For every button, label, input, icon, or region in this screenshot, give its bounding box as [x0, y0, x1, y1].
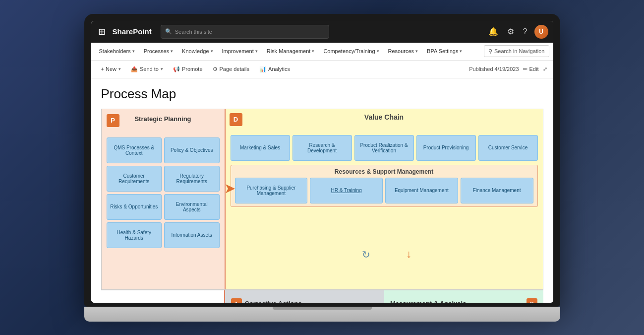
chevron-down-icon: ▾ [132, 49, 135, 54]
sp-cell-qms[interactable]: QMS Processes & Context [107, 137, 162, 163]
sp-cell-info-assets[interactable]: Information Assets [164, 222, 220, 248]
nav-improvement[interactable]: Improvement ▾ [218, 46, 262, 56]
search-placeholder: Search this site [175, 29, 212, 35]
sp-cell-policy[interactable]: Policy & Objectives [164, 137, 220, 163]
sp-cell-customer-req[interactable]: Customer Requirements [107, 166, 162, 192]
details-icon: ⚙ [213, 66, 218, 72]
strategic-planning-grid: QMS Processes & Context Policy & Objecti… [107, 137, 220, 248]
right-arrow-icon: ➤ [224, 180, 235, 197]
vc-marketing[interactable]: Marketing & Sales [231, 135, 290, 161]
vc-research[interactable]: Research & Development [293, 135, 352, 161]
help-icon[interactable]: ? [521, 25, 529, 38]
vc-product-realization[interactable]: Product Realization & Verification [354, 135, 414, 161]
laptop-base [84, 307, 560, 322]
cycle-arrow-icon: ↻ [362, 249, 370, 261]
topbar-icons: 🔔 ⚙ ? U [486, 25, 548, 39]
chevron-down-icon: ▾ [460, 49, 462, 54]
toolbar: + New ▾ 📤 Send to ▾ 📢 Promote ⚙ Page det… [91, 61, 553, 78]
chevron-down-icon: ▾ [312, 49, 314, 54]
filter-icon: ⚲ [488, 48, 492, 55]
value-chain-panel: D Value Chain Marketing & Sales Research… [226, 109, 543, 289]
measurement-badge: C [527, 298, 537, 303]
res-purchasing[interactable]: Purchasing & Supplier Management [235, 178, 308, 203]
nav-risk-management[interactable]: Risk Management ▾ [263, 46, 319, 56]
sp-cell-risks[interactable]: Risks & Opportunities [107, 194, 162, 220]
avatar[interactable]: U [534, 25, 548, 39]
chevron-down-icon: ▾ [377, 49, 379, 54]
nav-bar: Stakeholders ▾ Processes ▾ Knowledge ▾ I… [91, 43, 553, 61]
laptop: ⊞ SharePoint 🔍 Search this site 🔔 ⚙ ? U … [84, 14, 560, 322]
search-icon: 🔍 [165, 28, 172, 35]
resources-section: Resources & Support Management Purchasin… [231, 165, 538, 207]
sp-cell-health-safety[interactable]: Health & Safety Hazards [107, 222, 162, 248]
corrective-actions-section: A Corrective Actions [225, 290, 384, 303]
chevron-down-icon: ▾ [161, 67, 163, 71]
process-map: P Strategic Planning QMS Processes & Con… [101, 109, 543, 290]
settings-icon[interactable]: ⚙ [505, 25, 516, 38]
page-title: Process Map [101, 86, 543, 102]
res-finance[interactable]: Finance Management [461, 178, 533, 203]
down-arrow-icon: ↓ [406, 248, 411, 261]
analytics-button[interactable]: 📊 Analytics [255, 65, 294, 74]
res-equipment[interactable]: Equipment Management [385, 178, 458, 203]
send-to-button[interactable]: 📤 Send to ▾ [127, 65, 167, 74]
global-search[interactable]: 🔍 Search this site [161, 25, 329, 39]
vc-customer-service[interactable]: Customer Service [478, 135, 538, 161]
value-chain-cells: Marketing & Sales Research & Development… [231, 135, 538, 161]
sharepoint-topbar: ⊞ SharePoint 🔍 Search this site 🔔 ⚙ ? U [91, 21, 553, 43]
waffle-icon[interactable]: ⊞ [96, 24, 108, 39]
laptop-screen: ⊞ SharePoint 🔍 Search this site 🔔 ⚙ ? U … [91, 21, 553, 303]
measurement-section: Measurement & Analysis C [384, 290, 543, 303]
nav-resources[interactable]: Resources ▾ [384, 46, 422, 56]
strategic-planning-badge: P [107, 114, 119, 127]
nav-competency-training[interactable]: Competency/Training ▾ [319, 46, 383, 56]
resources-title: Resources & Support Management [235, 168, 533, 175]
promote-button[interactable]: 📢 Promote [169, 65, 207, 74]
chevron-down-icon: ▾ [171, 49, 173, 54]
corrective-actions-title: Corrective Actions [245, 300, 302, 303]
new-button[interactable]: + New ▾ [97, 65, 125, 73]
chevron-down-icon: ▾ [415, 49, 418, 54]
analytics-icon: 📊 [259, 66, 266, 72]
nav-processes[interactable]: Processes ▾ [140, 46, 177, 56]
strategic-planning-panel: P Strategic Planning QMS Processes & Con… [102, 109, 226, 289]
expand-icon[interactable]: ⤢ [543, 66, 547, 72]
send-icon: 📤 [131, 66, 138, 72]
page-content: Process Map P Strategic Planning QMS Pro… [91, 78, 553, 303]
toolbar-right: Published 4/19/2023 ✏ Edit ⤢ [469, 66, 547, 72]
bottom-left-spacer [101, 290, 225, 303]
nav-knowledge[interactable]: Knowledge ▾ [178, 46, 217, 56]
published-status: Published 4/19/2023 [469, 66, 519, 72]
bottom-row: A Corrective Actions Measurement & Analy… [101, 290, 543, 303]
chevron-down-icon: ▾ [255, 49, 258, 54]
corrective-actions-badge: A [231, 298, 242, 303]
sp-cell-regulatory[interactable]: Regulatory Requirements [164, 166, 220, 192]
promote-icon: 📢 [173, 66, 180, 72]
measurement-title: Measurement & Analysis [390, 300, 466, 303]
nav-stakeholders[interactable]: Stakeholders ▾ [95, 46, 139, 56]
chevron-down-icon: ▾ [118, 67, 121, 71]
res-hr-training[interactable]: HR & Training [310, 178, 383, 203]
nav-search[interactable]: ⚲ Search in Navigation [484, 45, 549, 57]
screen-bezel: ⊞ SharePoint 🔍 Search this site 🔔 ⚙ ? U … [84, 14, 560, 307]
chevron-down-icon: ▾ [211, 49, 213, 54]
value-chain-title: Value Chain [231, 113, 538, 121]
nav-bpa-settings[interactable]: BPA Settings ▾ [423, 46, 466, 56]
page-details-button[interactable]: ⚙ Page details [209, 65, 254, 74]
notification-icon[interactable]: 🔔 [486, 25, 500, 38]
edit-button[interactable]: ✏ Edit [523, 66, 539, 72]
strategic-planning-title: Strategic Planning [107, 115, 220, 123]
edit-icon: ✏ [523, 66, 527, 72]
value-chain-badge: D [230, 113, 242, 126]
resources-cells: Purchasing & Supplier Management HR & Tr… [235, 178, 533, 203]
sp-cell-environmental[interactable]: Environmental Aspects [164, 194, 220, 220]
vc-product-provisioning[interactable]: Product Provisioning [416, 135, 476, 161]
brand-logo: SharePoint [113, 27, 152, 36]
